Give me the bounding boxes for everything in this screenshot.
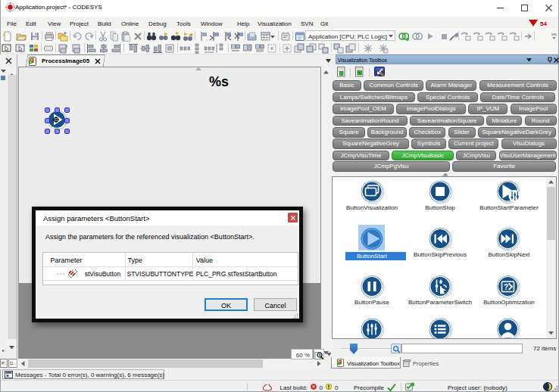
svg-text:?: ? [504,283,508,291]
